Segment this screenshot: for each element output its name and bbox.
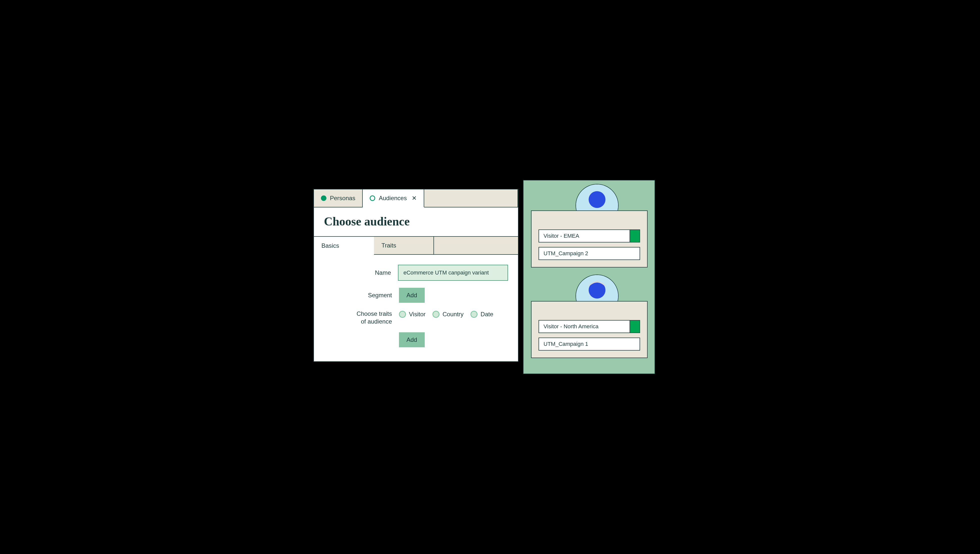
traits-label-line2: of audience <box>361 318 392 325</box>
row-traits: Choose traits of audience Visitor Countr… <box>324 310 508 325</box>
trait-option-date[interactable]: Date <box>471 311 493 318</box>
tab-label: Personas <box>330 195 355 202</box>
trait-option-label: Country <box>442 311 463 318</box>
status-dot-ring-icon <box>370 196 375 201</box>
campaign-chip[interactable]: UTM_Campaign 1 <box>539 337 640 350</box>
page-title-block: Choose audience <box>314 207 518 237</box>
traits-label-line1: Choose traits <box>357 310 392 317</box>
button-label: Add <box>406 292 417 299</box>
chip-label: Visitor - EMEA <box>544 233 579 239</box>
personas-preview-panel: Visitor - EMEA UTM_Campaign 2 Visitor - … <box>523 180 655 374</box>
top-tabstrip: Personas Audiences ✕ <box>314 189 518 207</box>
radio-icon <box>399 311 406 318</box>
sub-tabstrip: Basics Traits <box>314 237 518 255</box>
segment-add-button[interactable]: Add <box>399 288 425 303</box>
persona-card: Visitor - North America UTM_Campaign 1 <box>531 301 648 358</box>
radio-icon <box>471 311 477 318</box>
button-label: Add <box>406 336 417 343</box>
row-name: Name eCommerce UTM canpaign variant <box>324 265 508 281</box>
name-input[interactable]: eCommerce UTM canpaign variant <box>398 265 508 281</box>
audience-builder-window: Personas Audiences ✕ Choose audience Bas… <box>313 189 519 362</box>
trait-option-label: Visitor <box>409 311 425 318</box>
row-segment: Segment Add <box>324 288 508 303</box>
name-label: Name <box>324 269 398 276</box>
decorative-bar <box>655 309 663 319</box>
chip-label: UTM_Campaign 1 <box>544 341 588 347</box>
trait-option-visitor[interactable]: Visitor <box>399 311 425 318</box>
trait-option-country[interactable]: Country <box>433 311 463 318</box>
traits-add-button[interactable]: Add <box>399 332 425 347</box>
tab-personas[interactable]: Personas <box>314 189 363 207</box>
close-icon[interactable]: ✕ <box>412 195 417 201</box>
tab-audiences[interactable]: Audiences ✕ <box>363 189 424 207</box>
row-traits-add: Add <box>324 332 508 347</box>
visitor-chip[interactable]: Visitor - EMEA <box>539 229 640 242</box>
trait-option-label: Date <box>480 311 493 318</box>
chip-label: Visitor - North America <box>544 323 598 330</box>
name-input-value: eCommerce UTM canpaign variant <box>404 269 489 276</box>
segment-label: Segment <box>324 292 399 299</box>
subtab-label: Basics <box>321 242 339 249</box>
chip-endcap <box>630 229 640 242</box>
tab-label: Audiences <box>379 195 407 202</box>
page-title: Choose audience <box>324 215 508 228</box>
svg-point-1 <box>589 191 605 208</box>
tab-filler <box>424 189 518 207</box>
subtab-basics[interactable]: Basics <box>314 237 374 255</box>
chip-label: UTM_Campaign 2 <box>544 250 588 257</box>
chip-endcap <box>630 320 640 333</box>
decorative-bar <box>655 219 663 229</box>
persona-card: Visitor - EMEA UTM_Campaign 2 <box>531 210 648 267</box>
status-dot-filled-icon <box>321 196 326 201</box>
subtab-traits[interactable]: Traits <box>374 237 434 255</box>
traits-label: Choose traits of audience <box>324 310 399 325</box>
campaign-chip[interactable]: UTM_Campaign 2 <box>539 247 640 260</box>
radio-icon <box>433 311 439 318</box>
visitor-chip[interactable]: Visitor - North America <box>539 320 640 333</box>
audience-form: Name eCommerce UTM canpaign variant Segm… <box>314 255 518 361</box>
subtab-label: Traits <box>382 242 396 249</box>
subtab-filler <box>434 237 518 255</box>
